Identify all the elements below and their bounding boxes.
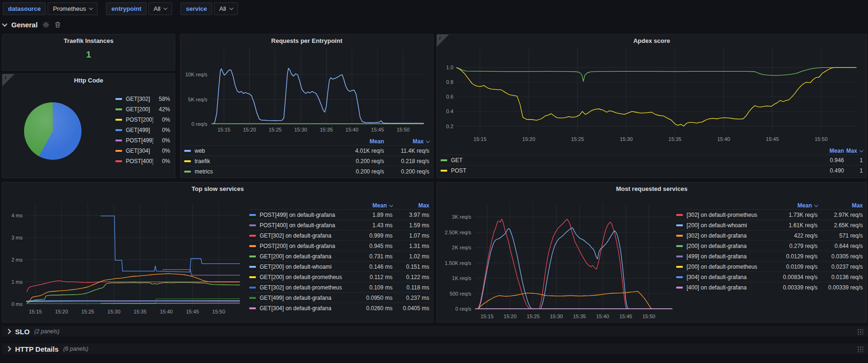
legend-row[interactable]: GET[200] on default-whoami0.146 ms0.151 …: [249, 261, 429, 272]
series-color-swatch: [115, 150, 122, 152]
legend-row[interactable]: [302] on default-grafana422 req/s571 req…: [676, 230, 863, 240]
legend-row[interactable]: GET[304]0%: [115, 146, 170, 156]
legend-value: 0%: [153, 137, 170, 144]
panel-info-icon[interactable]: i: [2, 74, 15, 86]
svg-text:15:45: 15:45: [766, 136, 779, 142]
legend-row[interactable]: GET[200] on default-grafana0.731 ms1.02 …: [249, 251, 429, 261]
panel-legend: MeanMaxGET0.9461POST0.4901: [441, 147, 863, 175]
legend-sort-mean[interactable]: Mean: [341, 138, 384, 145]
panel-legend: MeanMaxPOST[499] on default-grafana1.89 …: [249, 201, 429, 313]
legend-row[interactable]: POST[400]0%: [115, 156, 170, 166]
legend-label: [302] on default-grafana: [687, 232, 771, 239]
legend-row[interactable]: POST[200]0%: [115, 115, 170, 125]
svg-text:15:20: 15:20: [504, 314, 517, 319]
most-requested-timeseries-chart[interactable]: 15:1515:2015:2515:3015:3515:4015:4515:50…: [441, 201, 675, 320]
legend-label: GET[302] on default-grafana: [260, 232, 358, 239]
pie-chart[interactable]: [24, 102, 82, 160]
legend-label: traefik: [195, 158, 341, 165]
drag-handle-icon[interactable]: [857, 329, 863, 335]
panel-top-slow-services: Top slow services 15:1515:2015:2515:3015…: [2, 182, 434, 322]
legend-row[interactable]: POST[499] on default-grafana1.89 ms3.97 …: [249, 209, 429, 220]
legend-row[interactable]: GET[200] on default-prometheus0.112 ms0.…: [249, 272, 429, 282]
legend-sort-max[interactable]: Max: [818, 202, 863, 209]
svg-text:15:30: 15:30: [550, 314, 563, 319]
legend-row[interactable]: [302] on default-prometheus1.73K req/s2.…: [676, 209, 863, 220]
variable-datasource-dropdown[interactable]: Prometheus: [48, 2, 98, 15]
legend-sort-max[interactable]: Max: [384, 138, 429, 145]
legend-label: web: [195, 148, 341, 154]
series-color-swatch: [249, 235, 256, 237]
legend-sort-mean[interactable]: Mean: [358, 202, 393, 209]
series-color-swatch: [249, 297, 256, 299]
series-color-swatch: [115, 129, 122, 131]
trash-icon[interactable]: [54, 21, 61, 28]
legend-row[interactable]: POST0.4901: [441, 165, 863, 175]
panel-info-icon[interactable]: i: [437, 34, 449, 47]
legend-row[interactable]: POST[200] on default-grafana0.945 ms1.31…: [249, 240, 429, 251]
svg-text:500 req/s: 500 req/s: [450, 291, 471, 297]
apdex-timeseries-chart[interactable]: 15:1515:2015:2515:3015:3515:4015:4515:50…: [441, 46, 863, 146]
legend-row[interactable]: GET[499] on default-grafana0.0950 ms0.23…: [249, 292, 429, 303]
legend-label: metrics: [195, 168, 341, 175]
panel-title[interactable]: Requests per Entrypoint: [195, 37, 419, 44]
legend-row[interactable]: GET[304] on default-grafana0.0260 ms0.04…: [249, 303, 429, 313]
svg-text:15:35: 15:35: [669, 136, 682, 142]
variable-service-dropdown[interactable]: All: [214, 2, 237, 15]
legend-label: GET[499] on default-grafana: [260, 295, 358, 301]
panel-apdex-score: i Apdex score 15:1515:2015:2515:3015:351…: [436, 34, 867, 178]
row-general-header[interactable]: General: [3, 19, 61, 30]
legend-row[interactable]: metrics0.200 req/s0.200 req/s: [184, 166, 429, 176]
legend-row[interactable]: GET0.9461: [441, 155, 863, 165]
row-slo-header[interactable]: SLO (2 panels): [2, 326, 868, 337]
requests-timeseries-chart[interactable]: 15:1515:2015:2515:3015:3515:4015:4515:50…: [184, 46, 429, 136]
gear-icon[interactable]: [42, 21, 49, 28]
svg-text:15:30: 15:30: [107, 309, 121, 314]
legend-value: 11.4K req/s: [384, 148, 429, 154]
legend-value: 1.61K req/s: [771, 222, 818, 229]
svg-text:15:20: 15:20: [243, 127, 256, 132]
legend-value: 0.731 ms: [358, 253, 393, 260]
drag-handle-icon[interactable]: [857, 346, 863, 352]
legend-value: 0.00339 req/s: [818, 284, 863, 291]
legend-row[interactable]: GET[302]58%: [115, 94, 170, 104]
legend-row[interactable]: web4.01K req/s11.4K req/s: [184, 145, 429, 156]
info-letter: i: [5, 74, 6, 80]
legend-value: 0%: [153, 148, 170, 154]
legend-label: GET: [451, 157, 814, 164]
legend-row[interactable]: [200] on default-prometheus0.0109 req/s0…: [676, 261, 863, 272]
legend-row[interactable]: POST[499]0%: [115, 135, 170, 146]
legend-value: 1.02 ms: [393, 253, 429, 260]
row-slo-title: SLO: [15, 328, 30, 336]
legend-row[interactable]: [200] on default-grafana0.279 req/s0.644…: [676, 240, 863, 251]
panel-legend: MeanMaxweb4.01K req/s11.4K req/straefik0…: [184, 137, 429, 176]
legend-row[interactable]: [200] on default-whoami1.61K req/s2.65K …: [676, 220, 863, 230]
legend-sort-max[interactable]: Max: [393, 202, 429, 209]
panel-title[interactable]: Traefik Instances: [16, 37, 161, 44]
panel-most-requested-services: Most requested services 15:1515:2015:251…: [436, 182, 867, 322]
panel-title[interactable]: Most requested services: [451, 185, 852, 192]
legend-row[interactable]: GET[200]42%: [115, 104, 170, 115]
legend-row[interactable]: [304] on default-grafana0.00834 req/s0.0…: [676, 272, 863, 282]
legend-row[interactable]: GET[302] on default-prometheus0.109 ms0.…: [249, 282, 429, 292]
legend-label: GET[304]: [126, 148, 153, 154]
top-slow-timeseries-chart[interactable]: 15:1515:2015:2515:3015:3515:4015:4515:50…: [6, 201, 246, 320]
legend-value: 1.31 ms: [393, 243, 429, 249]
panel-title[interactable]: Top slow services: [16, 185, 419, 192]
legend-sort-mean[interactable]: Mean: [814, 148, 844, 154]
legend-label: [304] on default-grafana: [687, 274, 771, 280]
legend-row[interactable]: POST[400] on default-grafana1.43 ms1.59 …: [249, 220, 429, 230]
legend-row[interactable]: GET[499]0%: [115, 125, 170, 135]
legend-value: 0.945 ms: [358, 243, 393, 249]
legend-row[interactable]: traefik0.200 req/s0.218 req/s: [184, 156, 429, 166]
svg-text:15:15: 15:15: [29, 309, 42, 314]
panel-title[interactable]: Apdex score: [451, 37, 852, 44]
row-http-details-header[interactable]: HTTP Details (6 panels): [2, 344, 868, 354]
variable-entrypoint-dropdown[interactable]: All: [148, 2, 172, 15]
legend-row[interactable]: GET[302] on default-grafana0.999 ms1.07 …: [249, 230, 429, 240]
svg-text:0.2: 0.2: [446, 124, 453, 129]
legend-sort-mean[interactable]: Mean: [771, 202, 818, 209]
legend-row[interactable]: [499] on default-grafana0.0129 req/s0.03…: [676, 251, 863, 261]
panel-title[interactable]: Http Code: [16, 77, 161, 84]
legend-sort-max[interactable]: Max: [844, 148, 863, 154]
legend-row[interactable]: [400] on default-grafana0.00339 req/s0.0…: [676, 282, 863, 292]
